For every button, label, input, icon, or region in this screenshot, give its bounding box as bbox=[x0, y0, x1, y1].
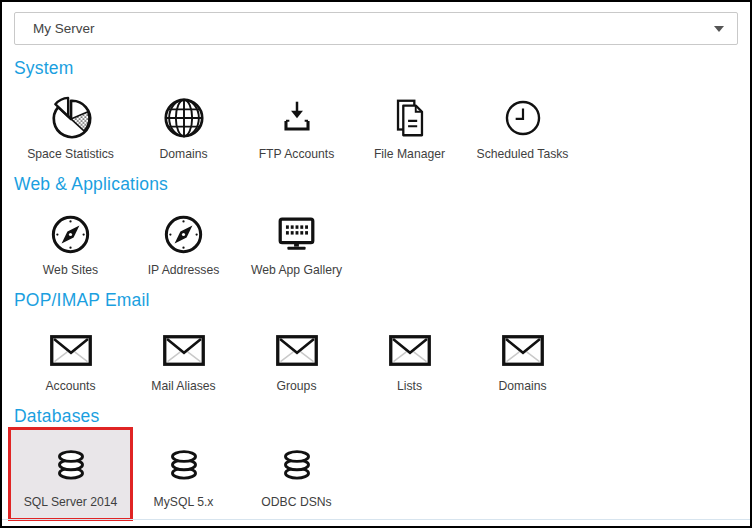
tile-scheduled-tasks[interactable]: Scheduled Tasks bbox=[466, 92, 579, 161]
tile-mail-aliases[interactable]: Mail Aliases bbox=[127, 324, 240, 393]
tile-accounts[interactable]: Accounts bbox=[14, 324, 127, 393]
tile-label: Accounts bbox=[45, 379, 95, 393]
tile-space-statistics[interactable]: Space Statistics bbox=[14, 92, 127, 161]
database-icon bbox=[161, 440, 207, 492]
tiles-row: Accounts Mail Aliases Groups Lists Domai… bbox=[14, 324, 738, 393]
tiles-row: SQL Server 2014 MySQL 5.x ODBC DSNs bbox=[14, 440, 738, 509]
tile-sql-server-2014[interactable]: SQL Server 2014 bbox=[8, 427, 133, 521]
tile-label: Web App Gallery bbox=[251, 263, 342, 277]
pie-chart-icon bbox=[48, 92, 94, 144]
tiles-row: Space Statistics Domains FTP Accounts Fi… bbox=[14, 92, 738, 161]
tile-label: FTP Accounts bbox=[259, 147, 335, 161]
tile-mysql-5-x[interactable]: MySQL 5.x bbox=[127, 440, 240, 509]
tile-web-app-gallery[interactable]: Web App Gallery bbox=[240, 208, 353, 277]
envelope-icon bbox=[162, 324, 206, 376]
tile-label: Scheduled Tasks bbox=[477, 147, 569, 161]
caret-down-icon bbox=[714, 26, 724, 32]
tile-ftp-accounts[interactable]: FTP Accounts bbox=[240, 92, 353, 161]
section-title: POP/IMAP Email bbox=[14, 290, 738, 311]
tile-label: Mail Aliases bbox=[151, 379, 215, 393]
tile-lists[interactable]: Lists bbox=[353, 324, 466, 393]
sections: System Space Statistics Domains FTP Acco… bbox=[14, 58, 738, 509]
tile-web-sites[interactable]: Web Sites bbox=[14, 208, 127, 277]
tile-label: Space Statistics bbox=[27, 147, 114, 161]
server-select-value: My Server bbox=[33, 21, 95, 36]
tile-file-manager[interactable]: File Manager bbox=[353, 92, 466, 161]
section-databases: Databases SQL Server 2014 MySQL 5.x ODBC… bbox=[14, 406, 738, 509]
documents-icon bbox=[387, 92, 433, 144]
tile-groups[interactable]: Groups bbox=[240, 324, 353, 393]
section-pop-imap-email: POP/IMAP Email Accounts Mail Aliases Gro… bbox=[14, 290, 738, 393]
tile-label: IP Addresses bbox=[148, 263, 220, 277]
tile-label: ODBC DSNs bbox=[261, 495, 331, 509]
tile-label: SQL Server 2014 bbox=[24, 495, 118, 509]
tile-domains[interactable]: Domains bbox=[127, 92, 240, 161]
tile-label: Web Sites bbox=[43, 263, 98, 277]
tiles-row: Web Sites IP Addresses Web App Gallery bbox=[14, 208, 738, 277]
envelope-icon bbox=[501, 324, 545, 376]
tile-domains[interactable]: Domains bbox=[466, 324, 579, 393]
monitor-grid-icon bbox=[273, 208, 320, 260]
tile-ip-addresses[interactable]: IP Addresses bbox=[127, 208, 240, 277]
envelope-icon bbox=[388, 324, 432, 376]
tile-odbc-dsns[interactable]: ODBC DSNs bbox=[240, 440, 353, 509]
tile-label: Lists bbox=[397, 379, 422, 393]
section-title: Databases bbox=[14, 406, 738, 427]
tile-label: Domains bbox=[159, 147, 207, 161]
database-icon bbox=[48, 440, 94, 492]
section-title: System bbox=[14, 58, 738, 79]
section-system: System Space Statistics Domains FTP Acco… bbox=[14, 58, 738, 161]
download-tray-icon bbox=[274, 92, 320, 144]
server-select[interactable]: My Server bbox=[14, 12, 738, 45]
tile-label: MySQL 5.x bbox=[154, 495, 214, 509]
tile-label: File Manager bbox=[374, 147, 445, 161]
tile-label: Domains bbox=[498, 379, 546, 393]
envelope-icon bbox=[49, 324, 93, 376]
clock-icon bbox=[501, 92, 545, 144]
bottom-divider bbox=[2, 519, 750, 520]
compass-icon bbox=[161, 208, 206, 260]
tile-label: Groups bbox=[277, 379, 317, 393]
section-title: Web & Applications bbox=[14, 174, 738, 195]
envelope-icon bbox=[275, 324, 319, 376]
database-icon bbox=[274, 440, 320, 492]
globe-icon bbox=[161, 92, 207, 144]
panel-window: My Server System Space Statistics Domain… bbox=[0, 0, 752, 528]
section-web-applications: Web & Applications Web Sites IP Addresse… bbox=[14, 174, 738, 277]
panel-content: My Server System Space Statistics Domain… bbox=[2, 2, 750, 509]
compass-icon bbox=[48, 208, 93, 260]
